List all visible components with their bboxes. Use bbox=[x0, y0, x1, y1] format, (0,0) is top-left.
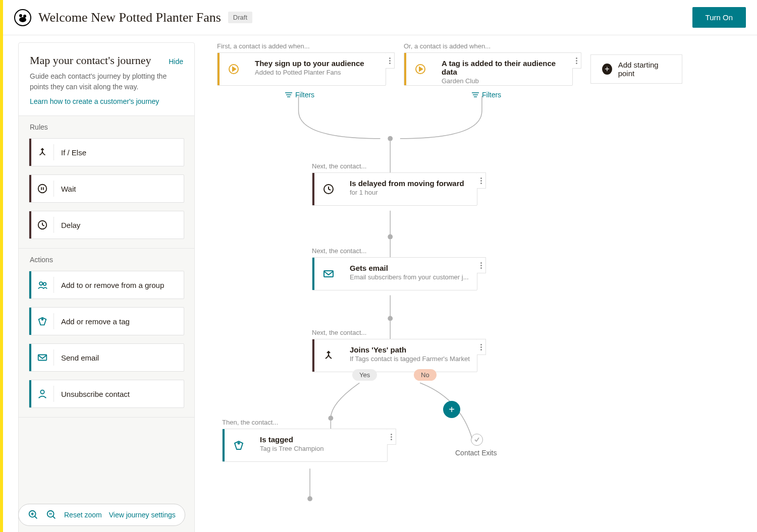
footer-toolbar: Reset zoom View journey settings bbox=[18, 504, 185, 526]
filters-link[interactable]: Filters bbox=[285, 91, 314, 99]
trigger-card-signup[interactable]: They sign up to your audience Added to P… bbox=[217, 52, 386, 86]
action-send-email[interactable]: Send email bbox=[29, 343, 184, 372]
sidebar-description: Guide each contact's journey by plotting… bbox=[30, 71, 183, 92]
users-icon bbox=[31, 279, 53, 290]
rule-label: If / Else bbox=[61, 148, 86, 157]
svg-point-12 bbox=[388, 316, 393, 321]
action-label: Unsubscribe contact bbox=[61, 390, 130, 398]
action-tag[interactable]: Add or remove a tag bbox=[29, 307, 184, 335]
card-sub: Garden Club bbox=[442, 77, 565, 85]
mail-icon bbox=[31, 352, 53, 363]
rule-label: Delay bbox=[61, 221, 80, 229]
next-label: Next, the contact... bbox=[312, 162, 366, 170]
card-sub: Tag is Tree Champion bbox=[260, 445, 380, 452]
learn-link[interactable]: Learn how to create a customer's journey bbox=[30, 97, 159, 105]
svg-rect-8 bbox=[38, 355, 47, 361]
page-title: Welcome New Potted Planter Fans bbox=[38, 10, 221, 25]
action-label: Add to or remove from a group bbox=[61, 281, 164, 289]
card-menu-button[interactable] bbox=[477, 339, 486, 355]
rule-if-else[interactable]: If / Else bbox=[29, 138, 184, 166]
journey-settings-link[interactable]: View journey settings bbox=[109, 511, 176, 519]
svg-point-19 bbox=[238, 443, 240, 444]
delay-card[interactable]: Is delayed from moving forward for 1 hou… bbox=[312, 172, 477, 206]
user-icon bbox=[31, 388, 53, 399]
action-label: Send email bbox=[61, 353, 99, 362]
reset-zoom-link[interactable]: Reset zoom bbox=[64, 511, 102, 519]
ifelse-no-pill: No bbox=[414, 369, 437, 381]
split-icon bbox=[31, 147, 53, 158]
play-circle-icon bbox=[220, 53, 248, 85]
card-sub: Email subscribers from your customer j..… bbox=[350, 273, 470, 281]
action-label: Add or remove a tag bbox=[61, 317, 130, 326]
card-sub: for 1 hour bbox=[350, 189, 470, 196]
split-icon bbox=[314, 339, 343, 372]
card-title: Joins 'Yes' path bbox=[350, 345, 470, 354]
start-label-or: Or, a contact is added when... bbox=[404, 42, 491, 50]
svg-point-11 bbox=[388, 234, 393, 240]
plus-circle-icon: + bbox=[602, 64, 612, 75]
mailchimp-logo bbox=[14, 9, 31, 26]
sidebar: Map your contact's journey Hide Guide ea… bbox=[18, 42, 195, 532]
start-label-first: First, a contact is added when... bbox=[217, 42, 310, 50]
svg-point-0 bbox=[19, 14, 22, 17]
card-title: They sign up to your audience bbox=[255, 59, 379, 68]
svg-point-14 bbox=[307, 496, 312, 501]
tag-icon bbox=[225, 429, 253, 461]
app-header: Welcome New Potted Planter Fans Draft Tu… bbox=[3, 0, 757, 35]
pause-circle-icon bbox=[31, 183, 53, 194]
card-sub: If Tags contact is tagged Farmer's Marke… bbox=[350, 355, 470, 363]
next-label: Next, the contact... bbox=[312, 247, 366, 255]
card-menu-button[interactable] bbox=[572, 52, 581, 69]
check-circle-icon bbox=[471, 434, 483, 446]
zoom-in-button[interactable] bbox=[28, 509, 39, 520]
svg-point-3 bbox=[38, 185, 47, 193]
svg-rect-18 bbox=[324, 271, 333, 277]
svg-point-9 bbox=[40, 390, 44, 394]
rule-delay[interactable]: Delay bbox=[29, 211, 184, 239]
svg-point-13 bbox=[328, 416, 333, 421]
action-unsubscribe[interactable]: Unsubscribe contact bbox=[29, 380, 184, 408]
svg-point-10 bbox=[388, 136, 393, 141]
then-label: Then, the contact... bbox=[222, 419, 278, 426]
journey-canvas[interactable]: First, a contact is added when... Or, a … bbox=[202, 35, 757, 532]
card-menu-button[interactable] bbox=[477, 257, 486, 273]
tag-card[interactable]: Is tagged Tag is Tree Champion bbox=[222, 429, 388, 462]
play-circle-icon bbox=[406, 53, 435, 85]
actions-section-label: Actions bbox=[19, 249, 194, 271]
card-sub: Added to Potted Planter Fans bbox=[255, 69, 379, 76]
hide-sidebar-link[interactable]: Hide bbox=[169, 57, 183, 66]
tag-icon bbox=[31, 316, 53, 327]
card-title: Gets email bbox=[350, 264, 470, 272]
svg-point-1 bbox=[23, 15, 26, 18]
svg-point-2 bbox=[19, 17, 26, 22]
turn-on-button[interactable]: Turn On bbox=[692, 7, 746, 28]
add-step-button[interactable]: + bbox=[443, 401, 460, 418]
mail-icon bbox=[314, 258, 343, 290]
add-starting-point-button[interactable]: + Add starting point bbox=[590, 54, 682, 84]
next-label: Next, the contact... bbox=[312, 329, 366, 336]
clock-icon bbox=[314, 173, 343, 205]
svg-point-5 bbox=[39, 282, 42, 285]
rule-label: Wait bbox=[61, 185, 76, 193]
email-card[interactable]: Gets email Email subscribers from your c… bbox=[312, 257, 477, 290]
card-menu-button[interactable] bbox=[477, 172, 486, 189]
zoom-out-button[interactable] bbox=[46, 509, 57, 520]
svg-point-6 bbox=[43, 282, 46, 285]
svg-point-7 bbox=[42, 319, 43, 320]
rule-wait[interactable]: Wait bbox=[29, 174, 184, 203]
card-title: Is delayed from moving forward bbox=[350, 179, 470, 188]
sidebar-title: Map your contact's journey bbox=[30, 54, 169, 67]
ifelse-yes-pill: Yes bbox=[352, 369, 377, 381]
rules-section-label: Rules bbox=[19, 116, 194, 138]
contact-exits-label: Contact Exits bbox=[455, 449, 497, 457]
card-menu-button[interactable] bbox=[387, 429, 396, 445]
action-group[interactable]: Add to or remove from a group bbox=[29, 271, 184, 299]
card-title: Is tagged bbox=[260, 435, 380, 444]
filters-link[interactable]: Filters bbox=[472, 91, 501, 99]
card-title: A tag is added to their audience data bbox=[442, 59, 565, 76]
status-badge: Draft bbox=[228, 12, 252, 23]
clock-icon bbox=[31, 219, 53, 230]
trigger-card-tag[interactable]: A tag is added to their audience data Ga… bbox=[404, 52, 573, 86]
ifelse-card[interactable]: Joins 'Yes' path If Tags contact is tagg… bbox=[312, 339, 477, 372]
card-menu-button[interactable] bbox=[386, 52, 395, 69]
